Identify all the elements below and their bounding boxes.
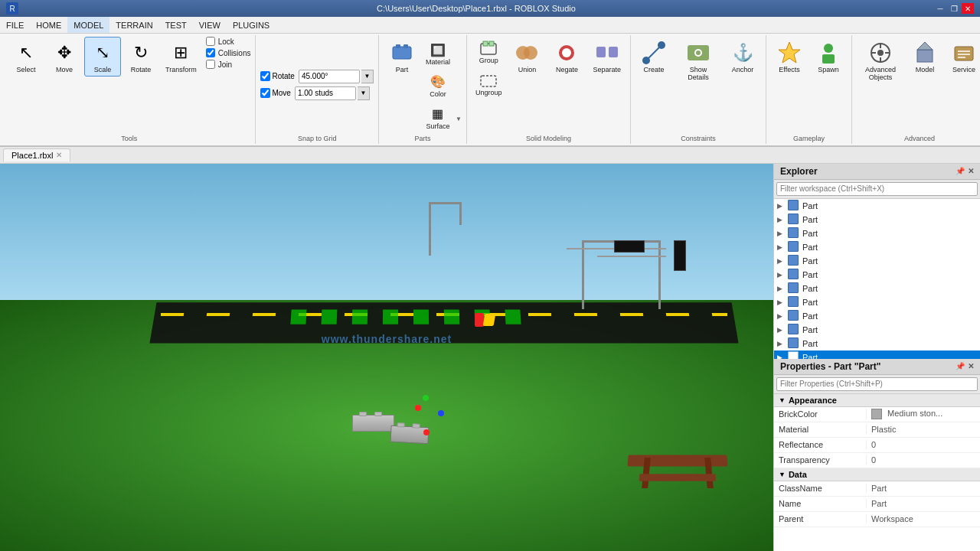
restore-button[interactable]: ❐ <box>948 3 960 14</box>
svg-rect-4 <box>483 41 488 46</box>
prop-material: Material Plastic <box>774 422 980 438</box>
close-button[interactable]: ✕ <box>962 3 974 14</box>
move-button[interactable]: ✥ Move <box>46 37 83 77</box>
properties-pin-button[interactable]: 📌 <box>956 362 965 370</box>
select-button[interactable]: ↖ Select <box>8 37 44 77</box>
file-tab-label: Place1.rbxl <box>11 151 53 160</box>
surface-button[interactable]: ▦ Surface <box>422 103 454 133</box>
explorer-close-button[interactable]: ✕ <box>968 167 974 175</box>
menu-file[interactable]: FILE <box>0 17 30 33</box>
tree-item-part-5[interactable]: ▶Part <box>774 254 980 268</box>
file-tab-place1[interactable]: Place1.rbxl ✕ <box>3 148 70 161</box>
anchor-button[interactable]: ⚓ Anchor <box>724 37 761 77</box>
color-button[interactable]: 🎨 Color <box>422 70 454 101</box>
menu-home[interactable]: HOME <box>30 17 67 33</box>
tree-item-part-1[interactable]: ▶Part <box>774 199 980 213</box>
effects-button[interactable]: Effects <box>771 37 808 77</box>
transparency-value: 0 <box>866 455 980 465</box>
tools-group-label: Tools <box>8 133 250 142</box>
rotate-snap-dropdown[interactable]: ▼ <box>361 70 374 83</box>
menu-view[interactable]: VIEW <box>193 17 227 33</box>
rotate-button[interactable]: ↻ Rotate <box>122 37 159 77</box>
move-snap-dropdown[interactable]: ▼ <box>358 86 370 100</box>
parts-group-label: Parts <box>384 133 462 142</box>
collisions-checkbox[interactable] <box>206 48 215 57</box>
classname-value: Part <box>866 484 980 493</box>
minimize-button[interactable]: ─ <box>934 3 946 14</box>
tree-item-part-10[interactable]: ▶Part <box>774 323 980 337</box>
lock-checkbox[interactable] <box>206 37 215 46</box>
prop-parent: Parent Workspace <box>774 512 980 527</box>
prop-name: Name Part <box>774 497 980 512</box>
tree-item-part-4[interactable]: ▶Part <box>774 240 980 254</box>
tree-item-part-3[interactable]: ▶Part <box>774 227 980 240</box>
part-button[interactable]: Part <box>384 37 420 77</box>
data-expand-icon: ▼ <box>779 471 786 478</box>
name-value: Part <box>866 499 980 508</box>
properties-close-button[interactable]: ✕ <box>968 362 974 370</box>
pole-top-left <box>429 202 431 256</box>
create-button[interactable]: Create <box>635 37 672 77</box>
ribbon-group-parts: Part 🔲 Material 🎨 Color ▦ Surface <box>379 35 467 144</box>
constraints-group-label: Constraints <box>635 133 761 142</box>
advanced-group-label: Advanced <box>857 133 980 142</box>
show-details-button[interactable]: Show Details <box>675 37 722 84</box>
gameplay-group-label: Gameplay <box>771 133 847 142</box>
service-button[interactable]: Service <box>946 37 980 77</box>
runway-marker-yellow <box>483 314 496 326</box>
explorer-filter <box>774 180 980 199</box>
selection-dot-red2 <box>423 429 430 435</box>
right-panel: Explorer 📌 ✕ ▶Part ▶Part ▶Part ▶Part ▶Pa… <box>773 164 980 551</box>
material-value: Plastic <box>866 425 980 434</box>
explorer-pin-button[interactable]: 📌 <box>956 167 965 175</box>
rotate-snap-checkbox[interactable] <box>260 71 270 81</box>
parts-expand-icon[interactable]: ▼ <box>456 116 462 122</box>
move-snap-checkbox[interactable] <box>260 88 270 98</box>
data-section-header[interactable]: ▼ Data <box>774 468 980 481</box>
join-checkbox[interactable] <box>206 60 215 69</box>
svg-point-14 <box>642 57 650 64</box>
svg-point-15 <box>658 41 665 49</box>
tree-item-part-selected[interactable]: ▶Part <box>774 350 980 359</box>
join-label: Join <box>218 60 232 69</box>
runway-structure <box>138 256 735 363</box>
viewport[interactable]: www.thundershare.net <box>0 164 773 551</box>
union-button[interactable]: Union <box>508 37 545 77</box>
window-controls: ─ ❐ ✕ <box>934 3 974 14</box>
svg-rect-30 <box>955 47 973 60</box>
watermark: www.thundershare.net <box>322 333 452 345</box>
scale-button[interactable]: ⤡ Scale <box>84 37 121 77</box>
spawn-button[interactable]: Spawn <box>810 37 847 77</box>
tree-item-part-8[interactable]: ▶Part <box>774 295 980 309</box>
negate-button[interactable]: Negate <box>548 37 585 77</box>
explorer-filter-input[interactable] <box>776 182 978 196</box>
tree-item-part-6[interactable]: ▶Part <box>774 268 980 282</box>
svg-marker-19 <box>779 42 800 63</box>
tree-item-part-9[interactable]: ▶Part <box>774 309 980 323</box>
menu-model[interactable]: MODEL <box>67 17 109 33</box>
appearance-section-header[interactable]: ▼ Appearance <box>774 394 980 407</box>
ungroup-button[interactable]: Ungroup <box>472 69 506 99</box>
explorer-header: Explorer 📌 ✕ <box>774 164 980 180</box>
properties-filter-input[interactable] <box>776 377 978 391</box>
menu-terrain[interactable]: TERRAIN <box>109 17 158 33</box>
parent-value: Workspace <box>866 514 980 523</box>
tree-item-part-2[interactable]: ▶Part <box>774 213 980 227</box>
model-button[interactable]: Model <box>906 37 943 77</box>
solid-modeling-label: Solid Modeling <box>472 133 626 142</box>
advanced-objects-button[interactable]: Advanced Objects <box>857 37 904 84</box>
rotate-snap-input[interactable] <box>299 70 360 83</box>
group-button[interactable]: Group <box>475 37 502 67</box>
tree-item-part-7[interactable]: ▶Part <box>774 282 980 295</box>
tree-item-part-11[interactable]: ▶Part <box>774 337 980 350</box>
transform-button[interactable]: ⊞ Transform <box>161 37 201 77</box>
material-button[interactable]: 🔲 Material <box>422 38 454 69</box>
file-tab-close[interactable]: ✕ <box>56 151 62 159</box>
appearance-expand-icon: ▼ <box>779 396 786 404</box>
menubar: FILE HOME MODEL TERRAIN TEST VIEW PLUGIN… <box>0 17 980 34</box>
menu-test[interactable]: TEST <box>159 17 193 33</box>
svg-rect-21 <box>822 54 835 64</box>
separate-button[interactable]: Separate <box>588 37 626 77</box>
menu-plugins[interactable]: PLUGINS <box>227 17 276 33</box>
move-snap-input[interactable] <box>295 86 356 100</box>
